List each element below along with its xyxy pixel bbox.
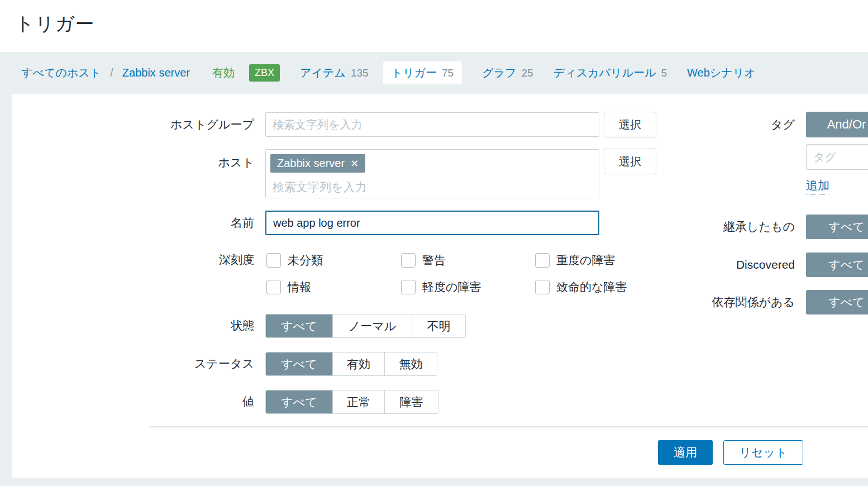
checkbox-icon[interactable] [266,280,281,294]
severity-checkbox-information[interactable]: 情報 [266,279,311,295]
tag-name-input[interactable] [806,144,868,170]
state-option-unknown[interactable]: 不明 [412,315,465,337]
state-option-normal[interactable]: ノーマル [333,315,412,337]
checkbox-icon[interactable] [266,253,281,268]
checkbox-icon[interactable] [401,253,416,268]
discovered-label: Discovered [627,257,795,273]
severity-checkbox-average[interactable]: 軽度の障害 [401,279,481,295]
reset-button[interactable]: リセット [723,440,803,465]
hosts-select-button[interactable]: 選択 [604,149,656,174]
breadcrumb-host-link[interactable]: Zabbix server [122,66,190,79]
status-label: ステータス [12,356,254,371]
tab-items[interactable]: アイテム 135 [300,65,369,80]
breadcrumb-all-hosts-link[interactable]: すべてのホスト [21,65,101,80]
page-title: トリガー [15,11,94,37]
with-dependencies-label: 依存関係がある [627,294,795,310]
severity-checkbox-warning[interactable]: 警告 [401,252,446,268]
tags-operator-andor-button[interactable]: And/Or [806,112,868,137]
zbx-availability-badge: ZBX [249,64,280,82]
inherited-option-all-button[interactable]: すべて [806,215,868,239]
name-input[interactable] [265,211,599,235]
filter-footer-divider [149,426,868,427]
hosts-label: ホスト [12,155,254,170]
with-dependencies-option-all-button[interactable]: すべて [806,290,868,315]
host-chip-label: Zabbix server [277,157,345,170]
status-segmented-control: すべて 有効 無効 [265,352,437,376]
tab-triggers[interactable]: トリガー 75 [383,61,462,84]
filter-card: ホストグループ 選択 ホスト Zabbix server ✕ 選択 名前 深刻度… [12,94,868,478]
host-groups-label: ホストグループ [12,117,254,132]
host-groups-input[interactable] [265,112,599,137]
checkbox-icon[interactable] [401,280,416,294]
tab-discovery-rules[interactable]: ディスカバリルール 5 [554,65,667,80]
severity-checkbox-disaster[interactable]: 致命的な障害 [535,279,627,295]
breadcrumb: すべてのホスト / Zabbix server 有効 ZBX アイテム 135 … [0,52,868,94]
value-segmented-control: すべて 正常 障害 [265,390,438,414]
state-segmented-control: すべて ノーマル 不明 [265,314,466,338]
chip-remove-icon[interactable]: ✕ [350,159,359,169]
hosts-multiselect[interactable]: Zabbix server ✕ [265,149,599,198]
value-option-problem[interactable]: 障害 [385,390,438,413]
host-chip: Zabbix server ✕ [270,154,365,173]
value-label: 値 [12,394,254,409]
tab-graphs[interactable]: グラフ 25 [482,65,533,80]
tab-web-scenarios[interactable]: Webシナリオ [687,65,756,80]
severity-checkbox-high[interactable]: 重度の障害 [535,252,616,268]
status-option-enabled[interactable]: 有効 [333,352,385,375]
value-option-ok[interactable]: 正常 [333,390,385,413]
inherited-label: 継承したもの [627,219,795,235]
triggers-filter-page: トリガー すべてのホスト / Zabbix server 有効 ZBX アイテム… [0,0,868,486]
content-band: すべてのホスト / Zabbix server 有効 ZBX アイテム 135 … [0,52,868,486]
host-enabled-status: 有効 [212,65,235,80]
value-option-all[interactable]: すべて [266,390,333,413]
discovered-option-all-button[interactable]: すべて [806,252,868,277]
hosts-search-input[interactable] [273,180,496,194]
tag-add-link[interactable]: 追加 [806,178,829,195]
breadcrumb-separator: / [110,66,113,79]
name-label: 名前 [12,215,254,231]
checkbox-icon[interactable] [535,280,550,294]
tags-label: タグ [627,117,795,132]
page-header: トリガー [0,0,868,52]
status-option-all[interactable]: すべて [266,352,333,375]
checkbox-icon[interactable] [535,253,550,268]
status-option-disabled[interactable]: 無効 [385,352,437,375]
apply-button[interactable]: 適用 [658,440,713,465]
state-label: 状態 [12,318,254,333]
state-option-all[interactable]: すべて [266,315,333,337]
severity-checkbox-not-classified[interactable]: 未分類 [266,252,323,268]
severity-label: 深刻度 [12,252,254,268]
